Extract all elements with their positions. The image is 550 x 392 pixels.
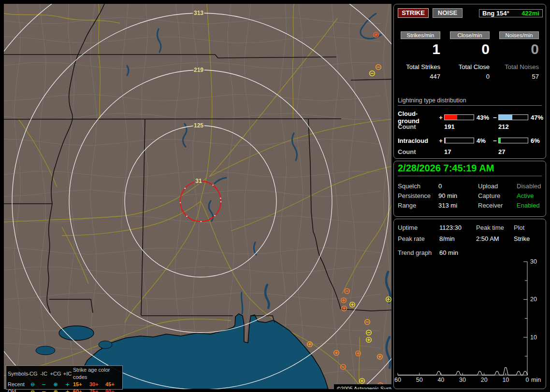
plus-sign: + bbox=[437, 114, 444, 121]
dist-bar-minus-1 bbox=[498, 138, 528, 143]
peak-time-label: Peak time bbox=[476, 222, 514, 233]
total-noises-label: Total Noises bbox=[495, 63, 543, 70]
lightning-map[interactable]: 31321912531 ©2005 Astrogenic Systems bbox=[4, 4, 391, 389]
total-strikes-value: 447 bbox=[397, 73, 444, 80]
persistence-label: Persistence bbox=[398, 191, 438, 201]
dist-bar-minus-0 bbox=[498, 114, 528, 120]
peak-time-value: 2:50 AM bbox=[476, 233, 514, 244]
copyright-text: ©2005 Astrogenic Systems bbox=[337, 386, 391, 389]
svg-text:10: 10 bbox=[502, 377, 509, 383]
peak-rate-label: Peak rate bbox=[398, 233, 439, 244]
legend-row-old-label: Old bbox=[8, 388, 27, 392]
svg-text:50: 50 bbox=[416, 377, 423, 383]
ic-plus-count: 17 bbox=[444, 148, 474, 155]
svg-text:min: min bbox=[531, 377, 541, 383]
capture-label: Capture bbox=[478, 191, 517, 201]
plot-value: Strike bbox=[514, 233, 544, 244]
cg-plus-old-icon: ⊕ bbox=[49, 388, 62, 392]
trend-panel: Uptime 1123:30 Peak time Plot Peak rate … bbox=[393, 219, 546, 389]
age-30: 30+ bbox=[89, 381, 105, 388]
total-noises-value: 57 bbox=[495, 73, 543, 80]
noises-per-min-value: 0 bbox=[495, 41, 543, 57]
svg-text:125: 125 bbox=[194, 122, 203, 129]
total-strikes-label: Total Strikes bbox=[397, 63, 444, 70]
legend-symbols-header: Symbols bbox=[8, 370, 27, 378]
setting-value2-1: Active bbox=[517, 191, 544, 201]
ic-plus-old-icon: + bbox=[62, 388, 73, 392]
legend-col-pos-cg: +CG bbox=[49, 370, 62, 378]
svg-text:31: 31 bbox=[195, 178, 202, 184]
setting-value2-0: Disabled bbox=[517, 182, 544, 191]
age-15: 15+ bbox=[73, 381, 89, 388]
minus-sign: − bbox=[492, 137, 498, 144]
strikes-per-min-value: 1 bbox=[397, 41, 444, 57]
svg-text:313: 313 bbox=[194, 10, 203, 16]
svg-text:219: 219 bbox=[194, 67, 203, 73]
upload-label: Upload bbox=[478, 182, 517, 191]
noise-button[interactable]: NOISE bbox=[433, 8, 463, 18]
app-window: { "map": { "center": {"x": 407, "y": 409… bbox=[0, 0, 550, 392]
persistence-value: 90 min bbox=[438, 191, 478, 201]
legend-col-neg-ic: -IC bbox=[38, 370, 49, 378]
map-symbol-legend: Symbols -CG -IC +CG +IC Strike age color… bbox=[6, 365, 123, 390]
bearing-label: Bng 154° bbox=[482, 10, 509, 17]
total-close-value: 0 bbox=[446, 73, 493, 80]
distribution-title: Lightning type distribution bbox=[398, 97, 542, 106]
range-label: Range bbox=[398, 201, 438, 210]
cg-plus-count: 191 bbox=[444, 123, 474, 130]
dist-bar-plus-0 bbox=[444, 114, 474, 120]
chip-noises-per-min: Noises/min bbox=[499, 31, 539, 39]
ic-plus-recent-icon: + bbox=[62, 381, 73, 388]
trend-chart: 1020306050403020100min bbox=[394, 257, 547, 388]
age-75: 75+ bbox=[89, 388, 105, 392]
svg-text:60: 60 bbox=[394, 377, 401, 383]
status-panel: 2/28/2026 7:45:19 AM Squelch 0 Upload Di… bbox=[393, 161, 546, 217]
strike-button[interactable]: STRIKE bbox=[398, 8, 429, 18]
legend-age-header: Strike age color codes bbox=[73, 366, 120, 381]
bearing-value: 422mi bbox=[521, 10, 539, 17]
total-close-label: Total Close bbox=[446, 63, 493, 70]
legend-col-pos-ic: +IC bbox=[62, 370, 73, 378]
copyright-bar: ©2005 Astrogenic Systems bbox=[334, 384, 391, 389]
svg-text:20: 20 bbox=[530, 296, 537, 303]
trend-graph-label: Trend graph bbox=[398, 249, 439, 256]
age-90: 90+ bbox=[105, 388, 120, 392]
chip-close-per-min: Close/min bbox=[450, 31, 490, 39]
trend-graph-value: 60 min bbox=[439, 249, 458, 256]
cg-minus-recent-icon: ⊖ bbox=[27, 381, 38, 388]
ic-minus-old-icon: − bbox=[38, 388, 49, 392]
cloud-ground-label: Cloud-ground bbox=[398, 110, 437, 125]
cg-count-label: Count bbox=[398, 123, 437, 130]
dist-bar-plus-1 bbox=[444, 138, 474, 143]
cg-minus-pct: 47% bbox=[528, 114, 543, 121]
uptime-label: Uptime bbox=[398, 222, 439, 233]
ic-minus-count: 27 bbox=[498, 148, 528, 155]
peak-rate-value: 8/min bbox=[439, 233, 476, 244]
close-per-min-value: 0 bbox=[446, 41, 493, 57]
plus-sign: + bbox=[437, 137, 444, 144]
minus-sign: − bbox=[492, 114, 498, 121]
svg-text:0: 0 bbox=[526, 377, 529, 383]
range-value: 313 mi bbox=[438, 201, 478, 210]
ic-minus-pct: 6% bbox=[528, 137, 543, 144]
squelch-value: 0 bbox=[438, 182, 478, 191]
age-45: 45+ bbox=[105, 381, 120, 388]
uptime-value: 1123:30 bbox=[439, 222, 476, 233]
ic-minus-recent-icon: − bbox=[38, 381, 49, 388]
svg-text:20: 20 bbox=[481, 377, 488, 383]
cg-plus-recent-icon: ⊕ bbox=[49, 381, 62, 388]
svg-text:30: 30 bbox=[530, 258, 537, 265]
age-60: 60+ bbox=[73, 388, 89, 392]
legend-col-neg-cg: -CG bbox=[27, 370, 38, 378]
setting-value2-2: Enabled bbox=[517, 201, 544, 210]
svg-text:30: 30 bbox=[459, 377, 466, 383]
strike-stats-panel: STRIKE NOISE Bng 154° 422mi Strikes/min … bbox=[393, 4, 546, 159]
chip-strikes-per-min: Strikes/min bbox=[401, 31, 440, 39]
legend-row-recent-label: Recent bbox=[8, 381, 27, 388]
svg-text:10: 10 bbox=[530, 334, 537, 341]
cg-minus-old-icon: ⊖ bbox=[27, 388, 38, 392]
cg-plus-pct: 43% bbox=[474, 114, 492, 121]
ic-count-label: Count bbox=[398, 148, 437, 155]
squelch-label: Squelch bbox=[398, 182, 438, 191]
bearing-display: Bng 154° 422mi bbox=[479, 9, 543, 17]
